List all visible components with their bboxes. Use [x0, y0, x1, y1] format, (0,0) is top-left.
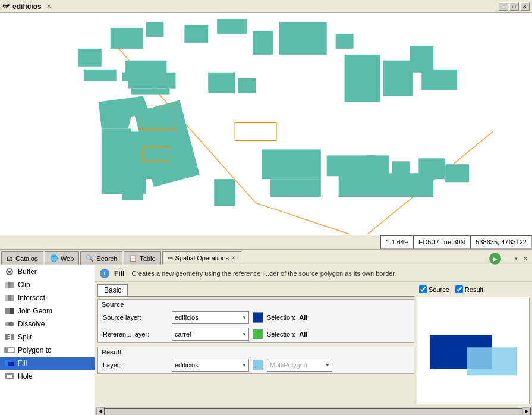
scroll-left-btn[interactable]: ◀ — [96, 407, 105, 416]
svg-rect-24 — [270, 179, 321, 197]
sidebar-item-buffer[interactable]: Buffer — [0, 265, 95, 278]
maximize-button[interactable]: □ — [509, 2, 519, 11]
svg-rect-38 — [122, 188, 143, 200]
ref-layer-select[interactable]: carrel — [172, 328, 249, 341]
search-icon: 🔍 — [86, 254, 94, 262]
svg-rect-3 — [184, 25, 208, 43]
svg-rect-27 — [369, 155, 389, 176]
operations-sidebar: Buffer Clip Intersect Join Geom Dissolve… — [0, 265, 95, 415]
clip-icon — [4, 281, 15, 289]
source-layer-select-wrapper: edificios — [172, 311, 249, 324]
tab-close-icon[interactable]: ✕ — [231, 255, 236, 261]
tab-close-btn[interactable]: ✕ — [521, 254, 530, 263]
tab-catalog[interactable]: 🗂 Catalog — [1, 251, 43, 265]
source-layer-select[interactable]: edificios — [172, 311, 249, 324]
tab-web[interactable]: 🌐 Web — [45, 251, 79, 265]
scrollbar-track[interactable] — [105, 408, 522, 414]
info-icon: i — [100, 269, 109, 278]
fill-icon — [4, 359, 15, 367]
sidebar-item-split[interactable]: Split — [0, 331, 95, 344]
result-type-select[interactable]: MultiPolygon — [267, 359, 332, 372]
source-section-title: Source — [98, 300, 414, 309]
scroll-right-btn[interactable]: ▶ — [522, 407, 531, 416]
dissolve-icon — [4, 320, 15, 328]
projection-display: ED50 /...ne 30N — [413, 235, 470, 249]
preview-panel: Source Result — [417, 284, 530, 404]
sidebar-item-hole[interactable]: Hole — [0, 370, 95, 383]
svg-rect-23 — [262, 149, 321, 179]
map-svg — [0, 13, 532, 234]
ref-selection-value: All — [299, 331, 307, 338]
svg-rect-25 — [327, 155, 374, 176]
spatial-ops-icon: ✏ — [168, 254, 173, 262]
tab-spatial-operations[interactable]: ✏ Spatial Operations ✕ — [162, 251, 242, 265]
operation-title: Fill — [114, 269, 124, 278]
content-area: Basic Source Source layer: edificios Sel… — [95, 282, 532, 407]
ref-layer-row: Referen... layer: carrel Selection: All — [98, 326, 414, 342]
buffer-icon — [4, 268, 15, 276]
catalog-icon: 🗂 — [7, 255, 13, 262]
source-selection-value: All — [299, 314, 307, 321]
sidebar-item-dissolve[interactable]: Dissolve — [0, 317, 95, 331]
tab-table[interactable]: 📋 Table — [124, 251, 160, 265]
map-view[interactable] — [0, 13, 532, 234]
ref-selection-label: Selection: — [267, 331, 295, 338]
svg-rect-22 — [214, 179, 235, 206]
preview-svg — [417, 297, 529, 404]
minimize-button[interactable]: — — [499, 2, 508, 11]
result-checkbox[interactable] — [455, 285, 463, 293]
hole-icon — [4, 372, 15, 381]
svg-rect-32 — [383, 61, 413, 96]
svg-rect-11 — [122, 73, 176, 81]
title-bar-controls: — □ ✕ — [499, 2, 530, 11]
sub-tab-basic[interactable]: Basic — [97, 284, 128, 296]
join-icon — [4, 307, 15, 315]
svg-rect-31 — [345, 55, 380, 102]
sidebar-item-join-geom[interactable]: Join Geom — [0, 304, 95, 317]
result-preview-label: Result — [465, 286, 483, 293]
form-panel: Basic Source Source layer: edificios Sel… — [97, 284, 414, 404]
svg-rect-8 — [78, 49, 102, 67]
sidebar-item-fill[interactable]: Fill — [0, 357, 95, 370]
sidebar-item-clip[interactable]: Clip — [0, 278, 95, 291]
svg-rect-15 — [238, 78, 256, 93]
svg-rect-1 — [111, 28, 143, 49]
source-layer-label: Source layer: — [103, 314, 168, 321]
result-layer-select-wrapper: edificios — [172, 359, 249, 372]
source-checkbox-item: Source — [419, 285, 449, 293]
sidebar-item-polygon-to[interactable]: Polygon to — [0, 344, 95, 357]
preview-canvas — [417, 297, 530, 404]
tab-restore-btn[interactable]: ▾ — [512, 254, 520, 263]
close-button[interactable]: ✕ — [520, 2, 530, 11]
result-color-swatch — [253, 360, 263, 370]
split-icon — [4, 333, 15, 341]
main-panel: Buffer Clip Intersect Join Geom Dissolve… — [0, 265, 532, 415]
svg-rect-28 — [392, 161, 410, 176]
operation-description: Creates a new geometry using the referen… — [131, 270, 396, 277]
title-bar-close-button[interactable]: ✕ — [46, 3, 51, 10]
polygon-icon — [4, 346, 15, 354]
source-color-swatch — [253, 312, 263, 323]
svg-rect-29 — [418, 158, 445, 179]
sidebar-item-intersect[interactable]: Intersect — [0, 291, 95, 304]
result-layer-select[interactable]: edificios — [172, 359, 249, 372]
tab-minimize-btn[interactable]: — — [502, 254, 511, 263]
sub-tabs: Basic — [97, 284, 414, 297]
title-bar: 🗺 edificios ✕ — □ ✕ — [0, 0, 532, 13]
web-icon: 🌐 — [50, 254, 58, 262]
result-type-select-wrapper: MultiPolygon — [267, 359, 332, 372]
run-button[interactable]: ▶ — [489, 253, 501, 265]
svg-rect-14 — [208, 73, 235, 93]
tab-right-controls: ▶ — ▾ ✕ — [489, 253, 532, 265]
ref-layer-select-wrapper: carrel — [172, 328, 249, 341]
ref-color-swatch — [253, 329, 263, 339]
svg-rect-13 — [131, 89, 170, 95]
source-checkbox[interactable] — [419, 285, 427, 293]
tab-search[interactable]: 🔍 Search — [80, 251, 122, 265]
svg-rect-34 — [421, 70, 457, 90]
source-layer-row: Source layer: edificios Selection: All — [98, 309, 414, 326]
svg-rect-4 — [217, 19, 247, 34]
result-section-title: Result — [98, 347, 414, 357]
scale-display: 1:1,649 — [380, 235, 413, 249]
svg-rect-2 — [146, 22, 164, 37]
